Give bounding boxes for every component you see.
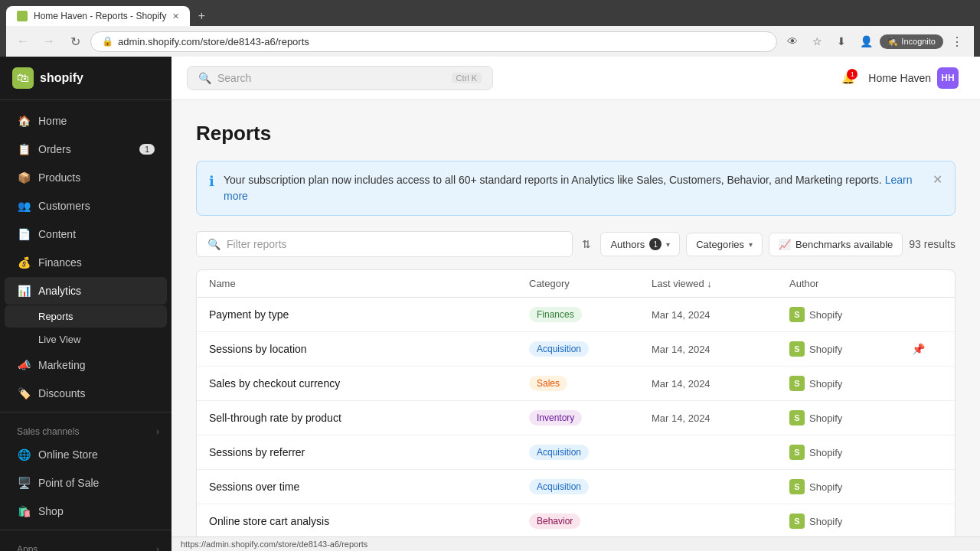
download-button[interactable]: ⬇: [831, 31, 852, 52]
sort-button[interactable]: ⇅: [579, 235, 594, 253]
sidebar-item-content[interactable]: 📄 Content: [5, 220, 167, 248]
authors-filter-label: Authors: [610, 239, 645, 250]
topbar: 🔍 Search Ctrl K 🔔 1 Home Haven HH: [172, 57, 980, 100]
info-icon: ℹ: [209, 173, 214, 190]
author-name: Shopify: [809, 516, 842, 527]
sidebar-item-shop[interactable]: 🛍️ Shop: [5, 497, 167, 525]
notification-badge: 1: [847, 69, 858, 80]
incognito-button[interactable]: 🕵 Incognito: [880, 34, 943, 49]
app-container: 🛍 shopify 🏠 Home 📋 Orders 1 📦 Products 👥…: [0, 57, 980, 551]
sidebar-item-marketing[interactable]: 📣 Marketing: [5, 351, 167, 379]
back-button[interactable]: ←: [12, 31, 34, 52]
report-name: Sell-through rate by product: [209, 412, 529, 424]
table-row[interactable]: Sessions by referrer Acquisition S Shopi…: [197, 435, 955, 470]
author-cell: S Shopify: [789, 307, 912, 322]
report-name: Online store cart analysis: [209, 515, 529, 527]
col-author-header: Author: [789, 278, 912, 289]
banner-close-button[interactable]: ✕: [933, 172, 942, 187]
benchmarks-button[interactable]: 📈 Benchmarks available: [769, 233, 903, 256]
sidebar-nav: 🏠 Home 📋 Orders 1 📦 Products 👥 Customers…: [0, 100, 172, 551]
sidebar-item-live-view[interactable]: Live View: [5, 328, 167, 350]
more-options-button[interactable]: ⋮: [946, 31, 968, 52]
forward-button[interactable]: →: [38, 31, 60, 52]
author-name: Shopify: [809, 378, 842, 390]
sidebar-item-finances[interactable]: 💰 Finances: [5, 249, 167, 276]
home-icon: 🏠: [17, 114, 31, 128]
table-row[interactable]: Sales by checkout currency Sales Mar 14,…: [197, 367, 955, 401]
filters-row: 🔍 Filter reports ⇅ Authors 1 ▾ Categorie…: [196, 231, 956, 257]
notifications-button[interactable]: 🔔 1: [841, 72, 854, 84]
marketing-icon: 📣: [17, 358, 31, 372]
sidebar-item-live-view-label: Live View: [38, 334, 80, 345]
active-tab[interactable]: Home Haven - Reports - Shopify ✕: [6, 6, 190, 26]
sidebar-item-home[interactable]: 🏠 Home: [5, 107, 167, 135]
sidebar-item-online-store-label: Online Store: [38, 448, 98, 461]
search-bar[interactable]: 🔍 Search Ctrl K: [187, 66, 493, 90]
col-category-header: Category: [529, 278, 652, 289]
filter-search-placeholder: Filter reports: [227, 238, 287, 250]
page-content: Reports ℹ Your subscription plan now inc…: [172, 100, 980, 536]
tab-close-button[interactable]: ✕: [172, 11, 179, 21]
sales-channels-label: Sales channels ›: [0, 417, 172, 440]
table-row[interactable]: Sell-through rate by product Inventory M…: [197, 401, 955, 435]
browser-tabs: Home Haven - Reports - Shopify ✕ +: [6, 6, 974, 26]
author-cell: S Shopify: [789, 445, 912, 460]
address-bar[interactable]: 🔒 admin.shopify.com/store/de8143-a6/repo…: [90, 31, 777, 52]
store-avatar: HH: [937, 67, 959, 89]
browser-actions: 👁 ☆ ⬇ 👤 🕵 Incognito ⋮: [782, 31, 968, 52]
browser-toolbar: ← → ↻ 🔒 admin.shopify.com/store/de8143-a…: [6, 26, 974, 57]
expand-apps-icon[interactable]: ›: [156, 544, 159, 551]
main-content: 🔍 Search Ctrl K 🔔 1 Home Haven HH Report…: [172, 57, 980, 551]
store-button[interactable]: Home Haven HH: [862, 64, 965, 92]
bookmark-button[interactable]: ☆: [806, 31, 828, 52]
authors-filter-button[interactable]: Authors 1 ▾: [600, 232, 680, 256]
shopify-author-icon: S: [789, 479, 805, 494]
sidebar-item-shop-label: Shop: [38, 505, 64, 517]
col-last-viewed-header[interactable]: Last viewed ↓: [652, 278, 789, 289]
sidebar-item-analytics[interactable]: 📊 Analytics: [5, 277, 167, 305]
col-pin-header: [912, 278, 942, 289]
sidebar-item-customers[interactable]: 👥 Customers: [5, 192, 167, 220]
pin-icon[interactable]: 📌: [912, 343, 942, 355]
new-tab-button[interactable]: +: [191, 6, 211, 26]
benchmarks-label: Benchmarks available: [795, 239, 893, 250]
reload-button[interactable]: ↻: [64, 31, 86, 52]
store-name: Home Haven: [868, 72, 931, 84]
col-name-header: Name: [209, 278, 529, 289]
table-row[interactable]: Payment by type Finances Mar 14, 2024 S …: [197, 298, 955, 332]
profile-button[interactable]: 👤: [855, 31, 877, 52]
sidebar-item-reports-label: Reports: [38, 311, 74, 322]
sidebar-header: 🛍 shopify: [0, 57, 172, 100]
analytics-icon: 📊: [17, 284, 31, 298]
sidebar-item-products-label: Products: [38, 171, 80, 184]
finances-icon: 💰: [17, 256, 31, 269]
sidebar-item-online-store[interactable]: 🌐 Online Store: [5, 441, 167, 468]
shopify-logo[interactable]: 🛍 shopify: [12, 67, 83, 89]
nav-divider-2: [0, 530, 172, 530]
apps-section-label: Apps ›: [0, 535, 172, 551]
report-name: Sessions by referrer: [209, 446, 529, 458]
extensions-button[interactable]: 👁: [782, 31, 803, 52]
sidebar-item-reports[interactable]: Reports: [5, 305, 167, 328]
authors-chevron-icon: ▾: [666, 240, 670, 249]
search-shortcut: Ctrl K: [452, 73, 482, 83]
table-row[interactable]: Online store cart analysis Behavior S Sh…: [197, 504, 955, 536]
status-url: https://admin.shopify.com/store/de8143-a…: [181, 540, 368, 549]
category-badge: Behavior: [529, 514, 580, 529]
expand-sales-channels-icon[interactable]: ›: [156, 426, 159, 437]
sidebar-item-products[interactable]: 📦 Products: [5, 164, 167, 191]
categories-filter-button[interactable]: Categories ▾: [686, 233, 763, 256]
orders-icon: 📋: [17, 142, 31, 156]
table-row[interactable]: Sessions by location Acquisition Mar 14,…: [197, 332, 955, 367]
point-of-sale-icon: 🖥️: [17, 476, 31, 490]
shopify-author-icon: S: [789, 445, 805, 460]
sidebar-item-point-of-sale[interactable]: 🖥️ Point of Sale: [5, 469, 167, 497]
category-badge: Acquisition: [529, 445, 589, 460]
filter-search-input[interactable]: 🔍 Filter reports: [196, 231, 573, 257]
sidebar-item-analytics-label: Analytics: [38, 285, 81, 297]
url-text: admin.shopify.com/store/de8143-a6/report…: [118, 36, 309, 47]
table-row[interactable]: Sessions over time Acquisition S Shopify: [197, 470, 955, 504]
author-name: Shopify: [809, 309, 842, 321]
sidebar-item-discounts[interactable]: 🏷️ Discounts: [5, 380, 167, 407]
sidebar-item-orders[interactable]: 📋 Orders 1: [5, 135, 167, 163]
